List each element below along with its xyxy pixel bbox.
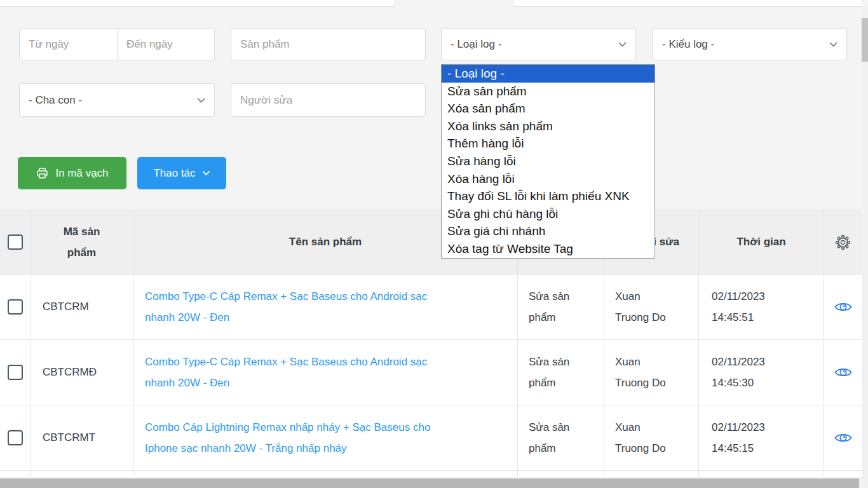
header-product-code: Mã sản phẩm bbox=[57, 221, 107, 263]
product-search-input[interactable] bbox=[231, 28, 426, 60]
from-date-input[interactable] bbox=[20, 29, 118, 60]
page: - Loại log - - Kiểu log - - Cha con - In… bbox=[0, 0, 868, 488]
time-clock: 14:45:15 bbox=[712, 438, 765, 459]
dropdown-option[interactable]: Xóa links sản phẩm bbox=[442, 118, 654, 135]
log-table: Mã sản phẩm Tên sản phẩm Loại log Người … bbox=[0, 210, 862, 477]
log-type-line: phẩm bbox=[529, 307, 569, 328]
log-type-dropdown-list: - Loại log - Sửa sản phẩm Xóa sản phẩm X… bbox=[441, 64, 655, 259]
product-code-cell: CBTCRMĐ bbox=[31, 340, 133, 405]
editor-line: Truong Do bbox=[615, 372, 666, 393]
dropdown-option[interactable]: Sửa giá chi nhánh bbox=[442, 222, 654, 240]
chevron-down-icon bbox=[829, 42, 837, 47]
product-name-link[interactable]: Combo Type-C Cáp Remax + Sạc Baseus cho … bbox=[145, 351, 427, 393]
editor-line: Xuan bbox=[615, 286, 666, 307]
log-type-cell: Sửa sản phẩm bbox=[529, 351, 569, 393]
product-name-line: Combo Type-C Cáp Remax + Sạc Baseus cho … bbox=[145, 286, 427, 307]
actions-label: Thao tác bbox=[153, 167, 195, 180]
gear-icon[interactable] bbox=[836, 235, 850, 250]
editor-cell: Xuan Truong Do bbox=[615, 417, 666, 459]
log-type-line: Sửa sản bbox=[529, 351, 569, 372]
dropdown-option[interactable]: Sửa hàng lỗi bbox=[442, 152, 654, 170]
product-name-line: nhanh 20W - Đen bbox=[145, 372, 427, 393]
print-barcode-label: In mã vạch bbox=[55, 167, 108, 180]
row-checkbox[interactable] bbox=[8, 299, 23, 315]
dropdown-option[interactable]: Xóa sản phẩm bbox=[442, 100, 654, 118]
eye-icon[interactable] bbox=[834, 431, 852, 444]
tab-active-segment[interactable] bbox=[395, 0, 513, 7]
row-checkbox[interactable] bbox=[8, 365, 23, 380]
time-date: 02/11/2023 bbox=[712, 351, 765, 372]
parent-child-select[interactable]: - Cha con - bbox=[19, 83, 215, 117]
log-kind-select-value: - Kiểu log - bbox=[662, 38, 829, 51]
vertical-scrollbar-track[interactable] bbox=[862, 7, 868, 488]
time-cell: 02/11/2023 14:45:30 bbox=[712, 351, 765, 393]
tab-bar-left-segment bbox=[0, 0, 395, 7]
product-code-cell: CBTCRMT bbox=[31, 405, 133, 470]
to-date-input[interactable] bbox=[118, 29, 215, 60]
header-product-name: Tên sản phẩm bbox=[289, 236, 362, 248]
eye-icon[interactable] bbox=[834, 301, 852, 313]
horizontal-scrollbar-thumb[interactable] bbox=[0, 478, 859, 488]
product-name-line: nhanh 20W - Đen bbox=[145, 307, 427, 328]
editor-cell: Xuan Truong Do bbox=[615, 351, 666, 393]
time-cell: 02/11/2023 14:45:51 bbox=[712, 286, 765, 328]
time-date: 02/11/2023 bbox=[712, 286, 765, 307]
dropdown-option[interactable]: - Loại log - bbox=[442, 65, 654, 83]
actions-button[interactable]: Thao tác bbox=[137, 157, 226, 189]
row-checkbox[interactable] bbox=[8, 430, 23, 445]
table-row: CBTCRM Combo Type-C Cáp Remax + Sạc Base… bbox=[0, 274, 862, 340]
date-range-group bbox=[19, 28, 215, 60]
dropdown-option[interactable]: Thêm hàng lỗi bbox=[442, 135, 654, 152]
log-kind-select[interactable]: - Kiểu log - bbox=[653, 28, 847, 60]
editor-line: Truong Do bbox=[615, 307, 666, 328]
editor-line: Truong Do bbox=[615, 438, 666, 459]
table-header-row: Mã sản phẩm Tên sản phẩm Loại log Người … bbox=[0, 210, 862, 274]
dropdown-option[interactable]: Xóa tag từ Website Tag bbox=[442, 240, 654, 258]
product-code-cell: CBTCRM bbox=[31, 274, 133, 339]
editor-search-input[interactable] bbox=[231, 83, 426, 117]
print-barcode-button[interactable]: In mã vạch bbox=[18, 157, 126, 189]
eye-icon[interactable] bbox=[834, 366, 852, 379]
product-name-link[interactable]: Combo Cáp Lightning Remax nhấp nháy + Sạ… bbox=[145, 417, 430, 459]
printer-icon bbox=[36, 166, 49, 180]
vertical-scrollbar-thumb[interactable] bbox=[862, 18, 868, 62]
product-name-line: Combo Type-C Cáp Remax + Sạc Baseus cho … bbox=[145, 351, 427, 372]
log-type-line: Sửa sản bbox=[529, 286, 569, 307]
product-name-line: Iphone sạc nhanh 20W - Trắng nhấp nháy bbox=[145, 438, 430, 459]
log-type-line: phẩm bbox=[529, 372, 569, 393]
dropdown-option[interactable]: Sửa sản phẩm bbox=[442, 83, 654, 100]
log-type-cell: Sửa sản phẩm bbox=[529, 286, 569, 328]
chevron-down-icon bbox=[618, 42, 627, 47]
time-clock: 14:45:30 bbox=[712, 372, 765, 393]
dropdown-option[interactable]: Thay đổi SL lỗi khi làm phiếu XNK bbox=[442, 187, 654, 205]
product-name-line: Combo Cáp Lightning Remax nhấp nháy + Sạ… bbox=[145, 417, 430, 438]
editor-cell: Xuan Truong Do bbox=[615, 286, 666, 328]
time-cell: 02/11/2023 14:45:15 bbox=[712, 417, 765, 459]
time-clock: 14:45:51 bbox=[712, 307, 765, 328]
time-date: 02/11/2023 bbox=[712, 417, 765, 438]
dropdown-option[interactable]: Sửa ghi chú hàng lỗi bbox=[442, 205, 654, 223]
log-type-cell: Sửa sản phẩm bbox=[529, 417, 569, 459]
tab-bar-right-segment bbox=[513, 0, 862, 7]
editor-line: Xuan bbox=[615, 351, 666, 372]
table-row: CBTCRMT Combo Cáp Lightning Remax nhấp n… bbox=[0, 405, 862, 471]
product-name-link[interactable]: Combo Type-C Cáp Remax + Sạc Baseus cho … bbox=[145, 286, 427, 328]
log-type-select-value: - Loại log - bbox=[451, 38, 618, 51]
editor-line: Xuan bbox=[615, 417, 666, 438]
log-type-line: Sửa sản bbox=[529, 417, 569, 438]
table-row-partial bbox=[0, 471, 862, 477]
log-type-line: phẩm bbox=[529, 438, 569, 459]
chevron-down-icon bbox=[202, 170, 210, 176]
parent-child-select-value: - Cha con - bbox=[29, 94, 197, 107]
dropdown-option[interactable]: Xóa hàng lỗi bbox=[442, 170, 654, 188]
header-time: Thời gian bbox=[736, 236, 785, 248]
select-all-checkbox[interactable] bbox=[8, 234, 23, 250]
table-row: CBTCRMĐ Combo Type-C Cáp Remax + Sạc Bas… bbox=[0, 340, 862, 405]
chevron-down-icon bbox=[197, 98, 205, 103]
log-type-select[interactable]: - Loại log - bbox=[441, 28, 636, 60]
